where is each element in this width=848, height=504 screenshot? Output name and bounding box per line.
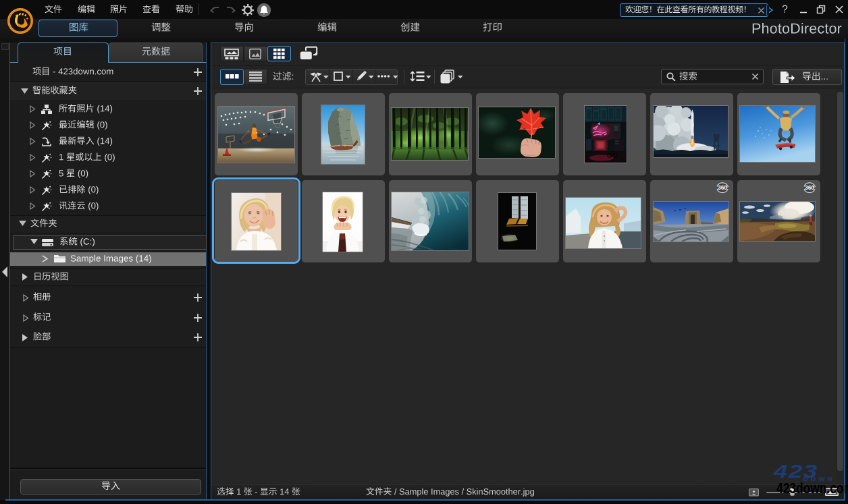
svg-text:360: 360 — [804, 184, 814, 191]
svg-text:360: 360 — [717, 184, 726, 191]
